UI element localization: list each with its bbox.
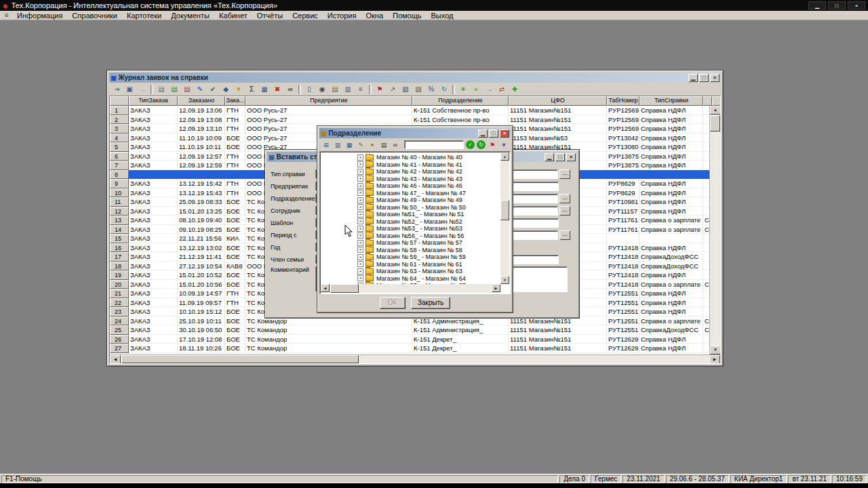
maximize-button[interactable]: □ (489, 129, 498, 138)
column-header[interactable]: Зака... (225, 96, 245, 106)
table-row[interactable]: 1ЗАКАЗ12.09.19 13:06ГТНООО Русь-27К-151 … (110, 106, 720, 115)
pin-icon[interactable]: ⚑ (374, 84, 386, 95)
asterisk-green-icon[interactable]: ✳ (457, 84, 469, 95)
maximize-button[interactable]: □ (828, 1, 846, 9)
expand-icon[interactable]: + (357, 161, 363, 167)
maximize-button[interactable]: □ (555, 153, 565, 161)
menu-item-Сервис[interactable]: Сервис (288, 12, 323, 20)
grid-icon[interactable]: ▦ (344, 140, 355, 150)
report-icon[interactable]: ▧ (399, 84, 412, 95)
edit-pencil-icon[interactable]: ✎ (355, 140, 366, 150)
maximize-button[interactable]: □ (699, 74, 709, 82)
expand-icon[interactable]: + (357, 197, 363, 203)
doc-add-icon[interactable]: ▤ (155, 84, 167, 95)
close-button[interactable]: × (566, 153, 576, 161)
menu-item-Картотеки[interactable]: Картотеки (122, 12, 166, 20)
expand-icon[interactable]: + (357, 232, 363, 239)
minimize-button[interactable]: ▁ (688, 74, 698, 82)
expand-icon[interactable]: + (357, 268, 363, 274)
menu-item-Отчёты[interactable]: Отчёты (252, 12, 288, 20)
expand-icon[interactable]: + (357, 155, 363, 161)
columns-icon[interactable]: ▥ (342, 84, 354, 95)
tree-item[interactable]: +Магазин № 59_ - Магазин № 59 (322, 253, 500, 261)
back-green-icon[interactable]: « (470, 84, 482, 95)
panels-icon[interactable]: ▥ (332, 140, 343, 150)
vscroll-thumb[interactable] (710, 115, 720, 131)
column-header[interactable]: Заказано (178, 96, 225, 106)
clipboard-icon[interactable]: ▨ (412, 84, 425, 95)
expand-icon[interactable]: + (357, 211, 363, 218)
expand-icon[interactable]: + (357, 176, 363, 182)
column-header[interactable]: ТабНомер (607, 96, 639, 106)
tree-item[interactable]: +Магазин № 40 - Магазин № 40 (322, 154, 500, 161)
refresh-green-icon[interactable]: ↻ (477, 140, 486, 149)
browse-button[interactable]: ... (559, 169, 570, 179)
scroll-left-button[interactable]: ◀ (321, 284, 330, 292)
delete-icon[interactable]: ✖ (271, 84, 283, 95)
expand-icon[interactable]: + (357, 204, 363, 210)
menu-item-История[interactable]: История (323, 12, 361, 20)
tree-view-icon[interactable]: ⊞ (321, 140, 332, 150)
minimize-button[interactable]: ▁ (545, 153, 554, 161)
window-copy-icon[interactable]: ▣ (123, 84, 136, 95)
dept-search-input[interactable] (404, 140, 464, 149)
column-header[interactable]: ТипЗаказа (129, 96, 178, 106)
hscroll-track[interactable] (359, 284, 492, 293)
scroll-up-button[interactable]: ▲ (500, 152, 509, 161)
list-icon[interactable]: ≡ (355, 84, 367, 95)
app-titlebar[interactable]: ◆ Тех.Корпорация - Интеллектуальная сист… (0, 0, 868, 11)
browse-button[interactable]: ... (559, 230, 570, 240)
tree-item[interactable]: +Магазин № 47_ - Магазин № 47 (322, 190, 500, 197)
doc-del-icon[interactable]: ▤ (181, 84, 193, 95)
tree-item[interactable]: +Магазин № 42 - Магазин № 42 (322, 168, 500, 176)
scroll-left-button[interactable]: ◀ (110, 355, 121, 364)
column-header[interactable]: Подразделение (412, 96, 509, 106)
vscroll-track[interactable] (500, 220, 509, 276)
binoculars-icon[interactable]: ∞ (390, 140, 401, 150)
expand-icon[interactable]: + (357, 183, 363, 189)
column-header[interactable]: Предприятие (245, 96, 412, 106)
tree-item[interactable]: +Магазин № 64_ - Магазин № 64 (322, 275, 500, 283)
expand-icon[interactable]: + (357, 190, 363, 196)
save-check-icon[interactable]: ✔ (207, 84, 219, 95)
table-row[interactable]: 27ЗАКАЗ18.11.19 10:26БОЕТС КомандорК-151… (110, 344, 720, 353)
expand-icon[interactable]: + (357, 240, 363, 246)
menu-grip-icon[interactable]: ≡ (1, 12, 12, 19)
minimize-button[interactable]: ▁ (478, 129, 488, 138)
expand-icon[interactable]: + (357, 254, 363, 260)
panel-icon[interactable]: ▯ (303, 84, 315, 95)
scroll-right-button[interactable]: ▶ (709, 355, 720, 364)
expand-icon[interactable]: + (357, 275, 363, 281)
filter-icon[interactable]: ▼ (233, 84, 245, 95)
notes-icon[interactable]: ▤ (329, 84, 341, 95)
tree-item[interactable]: +Магазин № 50_ - Магазин № 50 (322, 204, 500, 211)
sum-icon[interactable]: Σ (245, 84, 258, 95)
close-button[interactable]: × (710, 74, 719, 82)
hscroll-track[interactable] (359, 355, 709, 363)
close-button[interactable]: × (848, 1, 865, 9)
journal-titlebar[interactable]: ▦ Журнал заявок на справки ▁□× (109, 73, 721, 83)
menu-item-Документы[interactable]: Документы (166, 12, 214, 20)
scroll-down-button[interactable]: ▼ (710, 346, 720, 354)
close-button[interactable]: × (500, 129, 509, 138)
dept-vscroll[interactable]: ▲ ▼ (500, 152, 509, 284)
forward-icon[interactable]: → (136, 84, 149, 95)
dept-hscroll[interactable]: ◀ ▶ (321, 284, 500, 293)
column-header[interactable]: ЦФО (509, 96, 607, 106)
menu-item-Выход[interactable]: Выход (427, 12, 458, 20)
hscroll-thumb[interactable] (330, 284, 359, 293)
dept-dialog-titlebar[interactable]: ▦ Подразделение ▁□× (319, 128, 511, 138)
tree-item[interactable]: +Магазин № 57 - Магазин № 57 (322, 239, 500, 247)
column-header[interactable] (703, 96, 712, 106)
tree-item[interactable]: +Магазин № 63 - Магазин № 63 (322, 268, 500, 275)
menu-item-Справочники[interactable]: Справочники (67, 12, 122, 20)
browse-button[interactable]: ... (559, 206, 570, 216)
tree-item[interactable]: +Магазин №51_ - Магазин № 51 (322, 211, 500, 218)
column-header-num[interactable] (110, 96, 129, 106)
vscroll-thumb[interactable] (500, 200, 509, 220)
expand-icon[interactable]: + (357, 226, 363, 232)
journal-hscroll[interactable]: ◀ ▶ (110, 354, 720, 363)
minimize-button[interactable]: ▁ (808, 1, 826, 9)
zoom-icon[interactable]: ◉ (316, 84, 328, 95)
scroll-up-button[interactable]: ▲ (710, 106, 720, 115)
